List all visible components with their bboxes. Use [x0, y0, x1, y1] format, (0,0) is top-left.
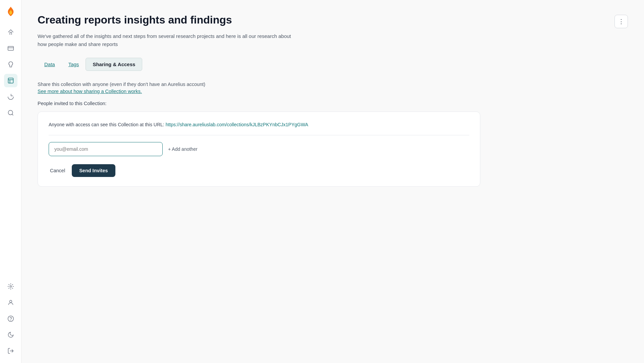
sidebar-item-collections[interactable]: [4, 74, 17, 87]
tabs-bar: Data Tags Sharing & Access: [38, 58, 628, 71]
collection-url-link[interactable]: https://share.aureliuslab.com/collection…: [166, 122, 308, 127]
sharing-section: Share this collection with anyone (even …: [38, 82, 628, 187]
svg-point-6: [8, 316, 13, 322]
svg-point-2: [8, 110, 12, 115]
sidebar-item-activity[interactable]: [4, 90, 17, 103]
svg-point-5: [9, 300, 12, 303]
card-divider: [49, 135, 469, 135]
sidebar: [0, 0, 21, 363]
sidebar-item-home[interactable]: [4, 26, 17, 39]
svg-line-3: [12, 114, 13, 116]
sidebar-item-settings[interactable]: [4, 280, 17, 293]
tab-data[interactable]: Data: [38, 58, 62, 71]
tab-sharing-access[interactable]: Sharing & Access: [86, 58, 142, 71]
invite-row: + Add another: [49, 142, 469, 156]
svg-rect-1: [8, 78, 13, 83]
email-input[interactable]: [49, 142, 163, 156]
sidebar-item-search[interactable]: [4, 106, 17, 120]
sidebar-item-inbox[interactable]: [4, 42, 17, 55]
url-prefix-text: Anyone with access can see this Collecti…: [49, 122, 164, 127]
main-content: Creating reports insights and findings ⋮…: [21, 0, 644, 363]
people-label: People invited to this Collection:: [38, 101, 628, 106]
collection-url-row: Anyone with access can see this Collecti…: [49, 121, 469, 128]
sidebar-item-profile[interactable]: [4, 296, 17, 309]
sidebar-bottom: [4, 280, 17, 358]
add-another-button[interactable]: + Add another: [168, 145, 198, 153]
sidebar-item-insights[interactable]: [4, 58, 17, 71]
tab-tags[interactable]: Tags: [62, 58, 86, 71]
cancel-button[interactable]: Cancel: [49, 165, 66, 177]
sidebar-item-theme[interactable]: [4, 328, 17, 342]
action-row: Cancel Send Invites: [49, 164, 469, 177]
app-logo[interactable]: [5, 5, 17, 17]
page-title: Creating reports insights and findings: [38, 13, 609, 26]
learn-more-link[interactable]: See more about how sharing a Collection …: [38, 89, 142, 94]
page-header: Creating reports insights and findings ⋮: [38, 13, 628, 28]
page-description: We've gathered all of the insights and n…: [38, 32, 292, 48]
sidebar-item-logout[interactable]: [4, 344, 17, 358]
sidebar-item-help[interactable]: [4, 312, 17, 325]
sharing-info-text: Share this collection with anyone (even …: [38, 82, 628, 87]
svg-point-7: [10, 320, 11, 320]
more-menu-button[interactable]: ⋮: [614, 15, 628, 28]
send-invites-button[interactable]: Send Invites: [72, 164, 115, 177]
sharing-card: Anyone with access can see this Collecti…: [38, 111, 480, 187]
svg-rect-0: [8, 46, 13, 50]
svg-point-4: [10, 286, 11, 287]
